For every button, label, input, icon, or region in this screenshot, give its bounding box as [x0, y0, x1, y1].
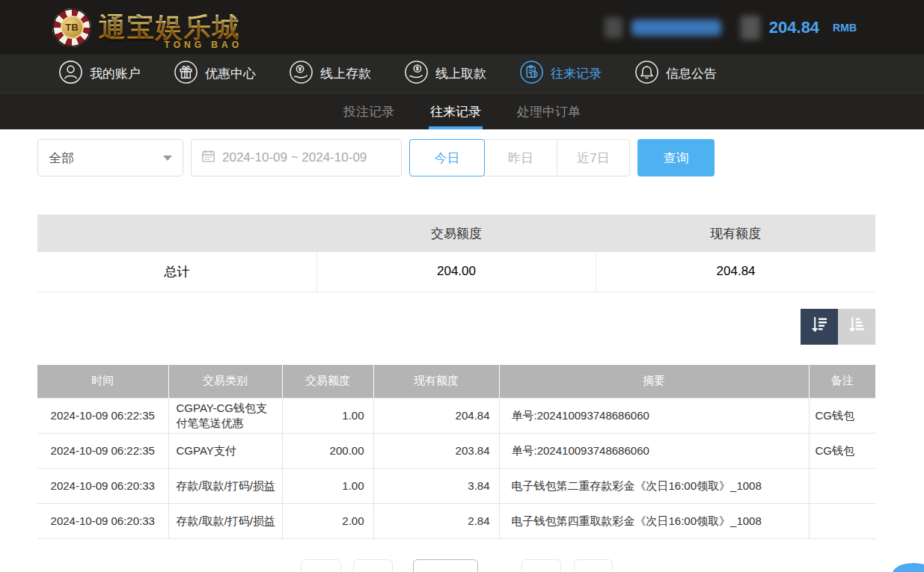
sort-controls: [37, 309, 875, 345]
main-nav: 我的账户 优惠中心 线上存款 线上取款 往来记录 信息公告: [0, 55, 924, 93]
quick-date-buttons: 今日 昨日 近7日: [409, 139, 630, 176]
summary-header-transaction-amount: 交易额度: [316, 215, 596, 252]
summary-total-label: 总计: [37, 252, 316, 292]
username-blurred: [631, 19, 721, 36]
cell-amount: 1.00: [282, 399, 373, 434]
today-button[interactable]: 今日: [409, 139, 485, 176]
summary-total-row: 总计 204.00 204.84: [37, 252, 875, 292]
user-icon: [58, 60, 83, 88]
cell-balance: 2.84: [373, 504, 499, 539]
nav-item-deposit[interactable]: 线上存款: [289, 60, 371, 88]
pagination-next-button[interactable]: [521, 559, 561, 572]
cell-time: 2024-10-09 06:22:35: [37, 399, 168, 434]
site-subtitle: TONG BAO: [165, 40, 242, 49]
col-header-amount: 交易额度: [282, 365, 373, 399]
site-title: 通宝娱乐城: [99, 14, 241, 41]
cell-amount: 200.00: [282, 434, 373, 469]
nav-label: 线上取款: [435, 65, 486, 82]
table-row: 2024-10-09 06:22:35 CGPAY-CG钱包支付笔笔送优惠 1.…: [37, 399, 875, 434]
table-row: 2024-10-09 06:22:35 CGPAY支付 200.00 203.8…: [37, 434, 875, 469]
balance-area[interactable]: 204.84 RMB: [741, 16, 857, 40]
last7days-button[interactable]: 近7日: [557, 139, 630, 176]
summary-total-current: 204.84: [596, 252, 875, 292]
date-range-value: 2024-10-09 ~ 2024-10-09: [222, 150, 367, 165]
summary-header-row: 交易额度 现有额度: [37, 215, 875, 252]
summary-table: 交易额度 现有额度 总计 204.00 204.84: [37, 215, 875, 292]
summary-header-empty: [37, 215, 316, 252]
cell-balance: 204.84: [373, 399, 499, 434]
records-table: 时间 交易类别 交易额度 现有额度 摘要 备注 2024-10-09 06:22…: [37, 365, 875, 540]
table-row: 2024-10-09 06:20:33 存款/取款/打码/损益 2.00 2.8…: [37, 504, 875, 539]
col-header-time: 时间: [37, 365, 168, 399]
cell-type: 存款/取款/打码/损益: [168, 469, 282, 504]
cell-time: 2024-10-09 06:22:35: [37, 434, 168, 469]
search-button[interactable]: 查询: [637, 139, 715, 176]
nav-label: 往来记录: [551, 65, 602, 82]
nav-label: 线上存款: [320, 65, 371, 82]
sort-desc-icon: [808, 314, 830, 339]
cell-summary: 单号:202410093748686060: [499, 434, 809, 469]
cell-summary: 单号:202410093748686060: [499, 399, 809, 434]
cell-note: CG钱包: [809, 434, 875, 469]
cell-type: CGPAY-CG钱包支付笔笔送优惠: [168, 399, 282, 434]
site-logo[interactable]: TB 通宝娱乐城 TONG BAO: [52, 8, 241, 47]
tab-transaction-records[interactable]: 往来记录: [429, 93, 483, 129]
cell-summary: 电子钱包第四重取款彩金《次日16:00领取》_1008: [499, 504, 809, 539]
cell-note: CG钱包: [809, 399, 875, 434]
wallet-icon-blurred: [741, 16, 760, 40]
top-header: TB 通宝娱乐城 TONG BAO 204.84 RMB: [0, 0, 924, 55]
sort-ascending-button[interactable]: [838, 309, 875, 345]
bell-icon: [634, 60, 659, 88]
cell-time: 2024-10-09 06:20:33: [37, 504, 168, 539]
cell-type: 存款/取款/打码/损益: [168, 504, 282, 539]
summary-total-transaction: 204.00: [316, 252, 596, 292]
pagination-prev-button[interactable]: [353, 559, 393, 572]
type-select-value: 全部: [49, 150, 74, 167]
pagination-first-button[interactable]: [301, 559, 341, 572]
nav-label: 优惠中心: [205, 65, 256, 82]
cell-time: 2024-10-09 06:20:33: [37, 469, 168, 504]
nav-label: 我的账户: [90, 65, 141, 82]
sort-asc-icon: [845, 314, 868, 339]
balance-currency: RMB: [833, 22, 857, 34]
withdraw-icon: [404, 60, 429, 88]
filter-row: 全部 2024-10-09 ~ 2024-10-09 今日 昨日 近7日 查询: [37, 139, 875, 176]
content-area: 全部 2024-10-09 ~ 2024-10-09 今日 昨日 近7日 查询 …: [0, 129, 924, 539]
col-header-type: 交易类别: [168, 365, 282, 399]
gift-icon: [174, 60, 198, 88]
nav-item-announcements[interactable]: 信息公告: [634, 60, 717, 88]
tab-processing-orders[interactable]: 处理中订单: [515, 93, 582, 129]
corner-widget-button[interactable]: [893, 563, 924, 572]
calendar-icon: [201, 149, 215, 167]
deposit-icon: [289, 60, 313, 88]
nav-item-my-account[interactable]: 我的账户: [58, 60, 141, 88]
user-account-area[interactable]: [605, 17, 721, 38]
type-select[interactable]: 全部: [37, 139, 183, 176]
page: TB 通宝娱乐城 TONG BAO 204.84 RMB 我的账户: [0, 0, 924, 572]
cell-amount: 1.00: [282, 469, 373, 504]
cell-summary: 电子钱包第二重存款彩金《次日16:00领取》_1008: [499, 469, 809, 504]
records-icon: [519, 60, 544, 88]
date-range-input[interactable]: 2024-10-09 ~ 2024-10-09: [191, 139, 402, 176]
casino-chip-icon: TB: [52, 8, 91, 47]
sort-descending-button[interactable]: [801, 309, 838, 345]
yesterday-button[interactable]: 昨日: [484, 139, 557, 176]
balance-amount: 204.84: [769, 18, 819, 37]
chip-label: TB: [61, 16, 84, 39]
pagination-last-button[interactable]: [574, 559, 613, 572]
cell-balance: 3.84: [373, 469, 499, 504]
nav-item-promotions[interactable]: 优惠中心: [174, 60, 256, 88]
nav-item-transactions[interactable]: 往来记录: [519, 60, 602, 88]
record-tabs: 投注记录 往来记录 处理中订单: [0, 93, 924, 129]
col-header-note: 备注: [809, 365, 875, 399]
tab-betting-records[interactable]: 投注记录: [342, 93, 396, 129]
cell-note: [809, 469, 875, 504]
summary-header-current-amount: 现有额度: [596, 215, 875, 252]
user-icon-blurred: [605, 17, 622, 38]
cell-balance: 203.84: [373, 434, 499, 469]
pagination-page-select[interactable]: [413, 559, 478, 572]
records-header-row: 时间 交易类别 交易额度 现有额度 摘要 备注: [37, 365, 875, 399]
nav-item-withdraw[interactable]: 线上取款: [404, 60, 486, 88]
col-header-summary: 摘要: [499, 365, 809, 399]
nav-label: 信息公告: [666, 65, 717, 82]
